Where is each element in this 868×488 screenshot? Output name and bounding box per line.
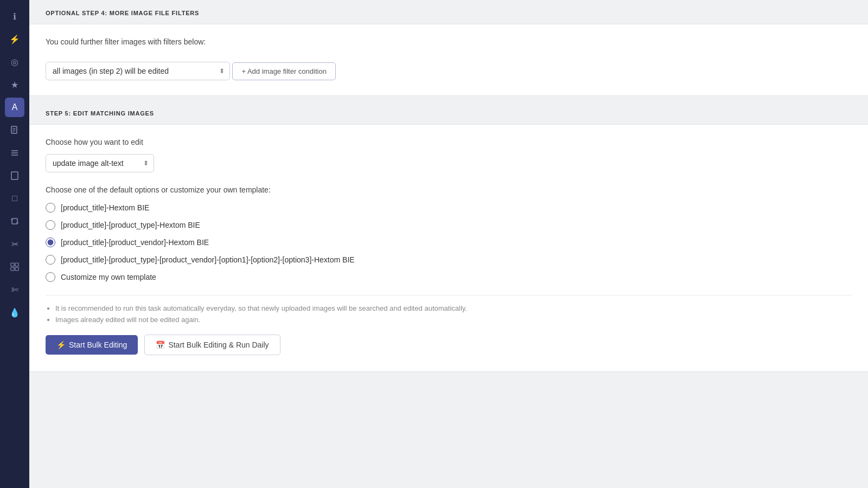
- radio-opt3[interactable]: [46, 237, 55, 247]
- radio-item-5[interactable]: Customize my own template: [46, 272, 852, 282]
- a-icon[interactable]: A: [5, 98, 24, 117]
- radio-opt1-label: [product_title]-Hextom BIE: [61, 203, 149, 212]
- svg-rect-12: [15, 263, 18, 266]
- note-2: Images already edited will not be edited…: [55, 316, 852, 324]
- info-icon[interactable]: ℹ: [5, 7, 24, 26]
- step4-description: You could further filter images with fil…: [46, 37, 852, 46]
- clock-icon[interactable]: ◎: [5, 52, 24, 72]
- svg-rect-13: [11, 267, 14, 271]
- grid-icon[interactable]: [5, 257, 24, 277]
- radio-opt5[interactable]: [46, 272, 55, 282]
- doc-icon[interactable]: [5, 120, 24, 140]
- step4-card: You could further filter images with fil…: [29, 24, 868, 96]
- note-1: It is recommended to run this task autom…: [55, 304, 852, 312]
- add-filter-button[interactable]: + Add image filter condition: [232, 62, 335, 80]
- radio-opt2-label: [product_title]-[product_type]-Hextom BI…: [61, 221, 200, 229]
- radio-opt2[interactable]: [46, 220, 55, 230]
- filter-select[interactable]: all images (in step 2) will be edited im…: [46, 62, 230, 80]
- bolt-btn-icon: ⚡: [56, 341, 66, 349]
- svg-rect-11: [11, 263, 14, 266]
- cut-icon[interactable]: ✄: [5, 280, 24, 299]
- radio-opt4[interactable]: [46, 255, 55, 265]
- edit-label: Choose how you want to edit: [46, 138, 852, 146]
- svg-rect-7: [11, 172, 18, 179]
- radio-opt3-label: [product_title]-[product_vendor]-Hextom …: [61, 238, 209, 247]
- start-bulk-editing-button[interactable]: ⚡ Start Bulk Editing: [46, 335, 138, 355]
- svg-rect-14: [15, 267, 18, 271]
- edit-select[interactable]: update image alt-text update image filen…: [46, 154, 154, 172]
- star-icon[interactable]: ★: [5, 75, 24, 94]
- list-icon[interactable]: [5, 143, 24, 163]
- start-bulk-editing-run-daily-button[interactable]: 📅 Start Bulk Editing & Run Daily: [144, 335, 280, 355]
- action-buttons: ⚡ Start Bulk Editing 📅 Start Bulk Editin…: [46, 335, 852, 355]
- notes-list: It is recommended to run this task autom…: [46, 304, 852, 324]
- start-bulk-editing-run-daily-label: Start Bulk Editing & Run Daily: [168, 341, 269, 349]
- radio-item-2[interactable]: [product_title]-[product_type]-Hextom BI…: [46, 220, 852, 230]
- radio-opt5-label: Customize my own template: [61, 273, 156, 281]
- radio-item-3[interactable]: [product_title]-[product_vendor]-Hextom …: [46, 237, 852, 247]
- scissors-icon[interactable]: ✂: [5, 234, 24, 254]
- radio-item-1[interactable]: [product_title]-Hextom BIE: [46, 203, 852, 213]
- sidebar: ℹ ⚡ ◎ ★ A □ ✂: [0, 0, 29, 488]
- edit-select-wrapper: update image alt-text update image filen…: [46, 154, 154, 172]
- page-icon[interactable]: [5, 166, 24, 185]
- drop-icon[interactable]: 💧: [5, 303, 24, 322]
- step4-header: OPTIONAL STEP 4: MORE IMAGE FILE FILTERS: [29, 0, 868, 24]
- start-bulk-editing-label: Start Bulk Editing: [69, 341, 127, 349]
- radio-opt1[interactable]: [46, 203, 55, 213]
- calendar-btn-icon: 📅: [156, 341, 165, 349]
- template-label: Choose one of the default options or cus…: [46, 185, 852, 194]
- main-content: OPTIONAL STEP 4: MORE IMAGE FILE FILTERS…: [29, 0, 868, 488]
- step5-header: STEP 5: EDIT MATCHING IMAGES: [29, 100, 868, 124]
- bolt-icon[interactable]: ⚡: [5, 29, 24, 49]
- square-icon[interactable]: □: [5, 189, 24, 208]
- step5-card: Choose how you want to edit update image…: [29, 124, 868, 372]
- divider: [46, 295, 852, 296]
- radio-item-4[interactable]: [product_title]-[product_type]-[product_…: [46, 255, 852, 265]
- filter-select-wrapper: all images (in step 2) will be edited im…: [46, 62, 230, 80]
- crop-icon[interactable]: [5, 211, 24, 231]
- radio-opt4-label: [product_title]-[product_type]-[product_…: [61, 255, 355, 264]
- template-radio-group: [product_title]-Hextom BIE [product_titl…: [46, 203, 852, 282]
- spacer1: [29, 96, 868, 100]
